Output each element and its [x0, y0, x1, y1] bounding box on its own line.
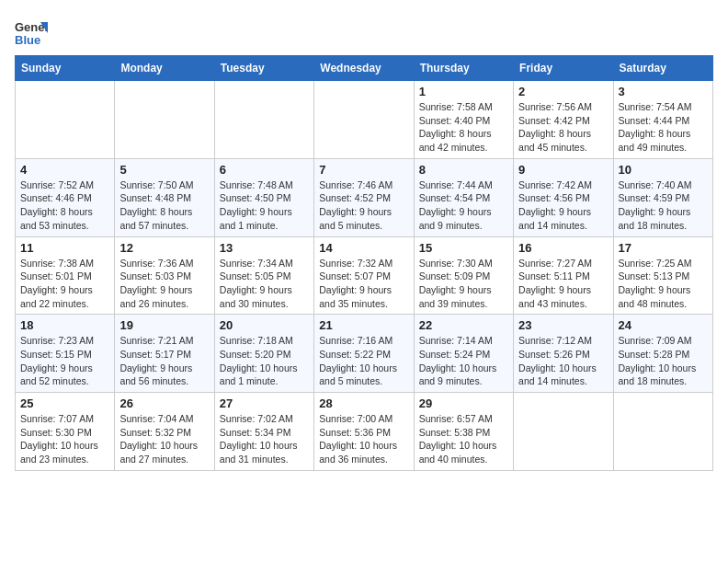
- week-row-4: 18Sunrise: 7:23 AM Sunset: 5:15 PM Dayli…: [16, 315, 713, 393]
- cell-day-number: 26: [119, 396, 209, 410]
- cell-day-number: 9: [518, 163, 608, 177]
- cell-day-number: 8: [419, 163, 508, 177]
- cell-info-text: Sunrise: 7:46 AM Sunset: 4:52 PM Dayligh…: [319, 178, 408, 233]
- cell-info-text: Sunrise: 7:44 AM Sunset: 4:54 PM Dayligh…: [419, 178, 508, 233]
- calendar-cell: 22Sunrise: 7:14 AM Sunset: 5:24 PM Dayli…: [414, 315, 513, 393]
- calendar-cell: 26Sunrise: 7:04 AM Sunset: 5:32 PM Dayli…: [115, 393, 214, 471]
- cell-day-number: 13: [220, 241, 309, 255]
- cell-day-number: 22: [419, 318, 508, 332]
- cell-info-text: Sunrise: 7:04 AM Sunset: 5:32 PM Dayligh…: [119, 412, 209, 466]
- cell-day-number: 15: [419, 241, 508, 255]
- cell-info-text: Sunrise: 7:27 AM Sunset: 5:11 PM Dayligh…: [518, 257, 608, 311]
- cell-day-number: 19: [119, 318, 209, 332]
- calendar-cell: 15Sunrise: 7:30 AM Sunset: 5:09 PM Dayli…: [414, 236, 513, 315]
- calendar-cell: 29Sunrise: 6:57 AM Sunset: 5:38 PM Dayli…: [414, 393, 513, 471]
- cell-info-text: Sunrise: 7:48 AM Sunset: 4:50 PM Dayligh…: [220, 178, 309, 233]
- cell-day-number: 17: [619, 241, 708, 255]
- cell-day-number: 3: [619, 85, 708, 98]
- calendar-cell: 25Sunrise: 7:07 AM Sunset: 5:30 PM Dayli…: [16, 393, 115, 471]
- calendar-cell: 14Sunrise: 7:32 AM Sunset: 5:07 PM Dayli…: [314, 236, 414, 315]
- cell-info-text: Sunrise: 7:36 AM Sunset: 5:03 PM Dayligh…: [119, 257, 209, 311]
- cell-info-text: Sunrise: 7:09 AM Sunset: 5:28 PM Dayligh…: [619, 334, 708, 388]
- calendar-cell: 21Sunrise: 7:16 AM Sunset: 5:22 PM Dayli…: [314, 315, 414, 393]
- cell-info-text: Sunrise: 7:40 AM Sunset: 4:59 PM Dayligh…: [619, 178, 708, 233]
- column-header-friday: Friday: [514, 56, 613, 81]
- cell-info-text: Sunrise: 7:02 AM Sunset: 5:34 PM Dayligh…: [220, 412, 309, 466]
- cell-info-text: Sunrise: 7:07 AM Sunset: 5:30 PM Dayligh…: [20, 412, 109, 466]
- calendar-cell: 24Sunrise: 7:09 AM Sunset: 5:28 PM Dayli…: [613, 315, 712, 393]
- cell-info-text: Sunrise: 7:58 AM Sunset: 4:40 PM Dayligh…: [419, 100, 508, 155]
- cell-info-text: Sunrise: 7:00 AM Sunset: 5:36 PM Dayligh…: [319, 412, 408, 466]
- cell-day-number: 23: [518, 318, 608, 332]
- cell-info-text: Sunrise: 7:54 AM Sunset: 4:44 PM Dayligh…: [619, 100, 708, 155]
- cell-info-text: Sunrise: 7:25 AM Sunset: 5:13 PM Dayligh…: [619, 257, 708, 311]
- cell-info-text: Sunrise: 7:52 AM Sunset: 4:46 PM Dayligh…: [20, 178, 109, 233]
- cell-day-number: 25: [20, 396, 109, 410]
- calendar-cell: [514, 393, 613, 471]
- calendar-cell: 6Sunrise: 7:48 AM Sunset: 4:50 PM Daylig…: [214, 158, 313, 236]
- calendar-cell: 9Sunrise: 7:42 AM Sunset: 4:56 PM Daylig…: [514, 158, 613, 236]
- calendar-cell: [314, 81, 414, 159]
- cell-day-number: 2: [518, 85, 608, 98]
- cell-day-number: 7: [319, 163, 408, 177]
- calendar-cell: [613, 393, 712, 471]
- cell-info-text: Sunrise: 7:38 AM Sunset: 5:01 PM Dayligh…: [20, 257, 109, 311]
- column-header-thursday: Thursday: [414, 56, 513, 81]
- logo-icon: General Blue: [15, 15, 48, 48]
- cell-info-text: Sunrise: 7:14 AM Sunset: 5:24 PM Dayligh…: [419, 334, 508, 388]
- calendar-cell: 27Sunrise: 7:02 AM Sunset: 5:34 PM Dayli…: [214, 393, 313, 471]
- cell-day-number: 28: [319, 396, 408, 410]
- cell-day-number: 16: [518, 241, 608, 255]
- column-header-saturday: Saturday: [613, 56, 712, 81]
- calendar-cell: 20Sunrise: 7:18 AM Sunset: 5:20 PM Dayli…: [214, 315, 313, 393]
- cell-info-text: Sunrise: 7:21 AM Sunset: 5:17 PM Dayligh…: [119, 334, 209, 388]
- column-header-tuesday: Tuesday: [214, 56, 313, 81]
- calendar-cell: 5Sunrise: 7:50 AM Sunset: 4:48 PM Daylig…: [115, 158, 214, 236]
- cell-day-number: 1: [419, 85, 508, 98]
- cell-info-text: Sunrise: 7:42 AM Sunset: 4:56 PM Dayligh…: [518, 178, 608, 233]
- cell-day-number: 27: [220, 396, 309, 410]
- cell-info-text: Sunrise: 7:32 AM Sunset: 5:07 PM Dayligh…: [319, 257, 408, 311]
- calendar-cell: 3Sunrise: 7:54 AM Sunset: 4:44 PM Daylig…: [613, 81, 712, 159]
- cell-day-number: 21: [319, 318, 408, 332]
- cell-day-number: 12: [119, 241, 209, 255]
- cell-info-text: Sunrise: 7:34 AM Sunset: 5:05 PM Dayligh…: [220, 257, 309, 311]
- page-header: General Blue: [15, 15, 713, 48]
- cell-info-text: Sunrise: 7:18 AM Sunset: 5:20 PM Dayligh…: [220, 334, 309, 388]
- cell-info-text: Sunrise: 6:57 AM Sunset: 5:38 PM Dayligh…: [419, 412, 508, 466]
- cell-day-number: 29: [419, 396, 508, 410]
- cell-day-number: 24: [619, 318, 708, 332]
- calendar-cell: 8Sunrise: 7:44 AM Sunset: 4:54 PM Daylig…: [414, 158, 513, 236]
- calendar-cell: 12Sunrise: 7:36 AM Sunset: 5:03 PM Dayli…: [115, 236, 214, 315]
- cell-day-number: 4: [20, 163, 109, 177]
- calendar-cell: 10Sunrise: 7:40 AM Sunset: 4:59 PM Dayli…: [613, 158, 712, 236]
- cell-info-text: Sunrise: 7:30 AM Sunset: 5:09 PM Dayligh…: [419, 257, 508, 311]
- logo: General Blue: [15, 15, 51, 48]
- cell-day-number: 14: [319, 241, 408, 255]
- column-header-wednesday: Wednesday: [314, 56, 414, 81]
- calendar-cell: 23Sunrise: 7:12 AM Sunset: 5:26 PM Dayli…: [514, 315, 613, 393]
- calendar-cell: 7Sunrise: 7:46 AM Sunset: 4:52 PM Daylig…: [314, 158, 414, 236]
- calendar-cell: 17Sunrise: 7:25 AM Sunset: 5:13 PM Dayli…: [613, 236, 712, 315]
- cell-day-number: 10: [619, 163, 708, 177]
- calendar-cell: 1Sunrise: 7:58 AM Sunset: 4:40 PM Daylig…: [414, 81, 513, 159]
- calendar-cell: 13Sunrise: 7:34 AM Sunset: 5:05 PM Dayli…: [214, 236, 313, 315]
- calendar-cell: [16, 81, 115, 159]
- week-row-1: 1Sunrise: 7:58 AM Sunset: 4:40 PM Daylig…: [16, 81, 713, 159]
- cell-day-number: 20: [220, 318, 309, 332]
- cell-info-text: Sunrise: 7:16 AM Sunset: 5:22 PM Dayligh…: [319, 334, 408, 388]
- svg-text:Blue: Blue: [15, 33, 40, 47]
- week-row-3: 11Sunrise: 7:38 AM Sunset: 5:01 PM Dayli…: [16, 236, 713, 315]
- calendar-cell: 28Sunrise: 7:00 AM Sunset: 5:36 PM Dayli…: [314, 393, 414, 471]
- calendar-cell: 18Sunrise: 7:23 AM Sunset: 5:15 PM Dayli…: [16, 315, 115, 393]
- cell-day-number: 6: [220, 163, 309, 177]
- calendar-cell: 11Sunrise: 7:38 AM Sunset: 5:01 PM Dayli…: [16, 236, 115, 315]
- cell-day-number: 11: [20, 241, 109, 255]
- week-row-5: 25Sunrise: 7:07 AM Sunset: 5:30 PM Dayli…: [16, 393, 713, 471]
- calendar-cell: 16Sunrise: 7:27 AM Sunset: 5:11 PM Dayli…: [514, 236, 613, 315]
- column-header-sunday: Sunday: [16, 56, 115, 81]
- cell-info-text: Sunrise: 7:23 AM Sunset: 5:15 PM Dayligh…: [20, 334, 109, 388]
- week-row-2: 4Sunrise: 7:52 AM Sunset: 4:46 PM Daylig…: [16, 158, 713, 236]
- calendar-cell: 2Sunrise: 7:56 AM Sunset: 4:42 PM Daylig…: [514, 81, 613, 159]
- calendar-cell: [214, 81, 313, 159]
